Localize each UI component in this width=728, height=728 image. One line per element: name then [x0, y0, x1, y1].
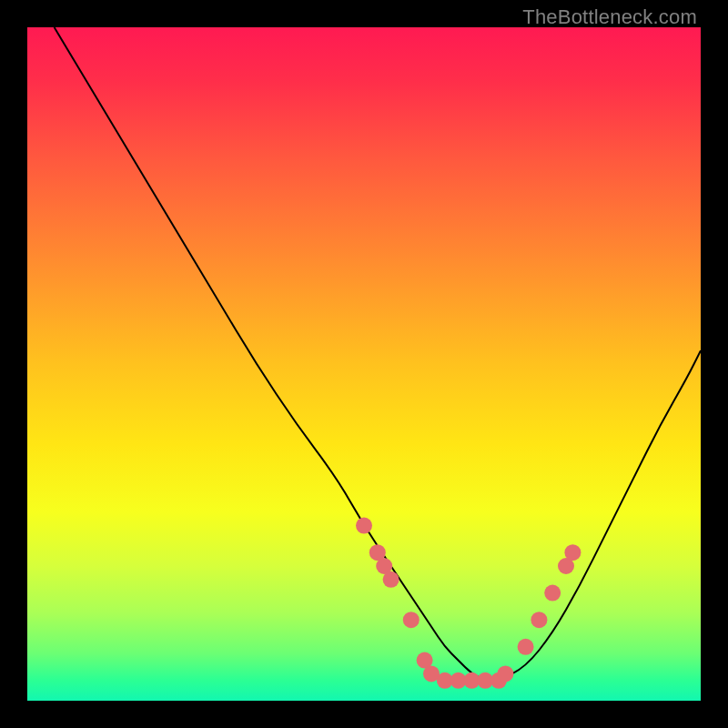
- sample-point: [531, 612, 547, 628]
- sample-point: [403, 612, 420, 628]
- curve-svg: [27, 27, 701, 701]
- sample-point: [544, 585, 561, 602]
- sample-point: [564, 544, 581, 561]
- sample-point: [383, 571, 399, 588]
- bottleneck-curve: [55, 27, 701, 681]
- sample-point: [518, 639, 534, 655]
- plot-area: [27, 27, 701, 701]
- sample-point: [497, 665, 513, 682]
- chart-frame: TheBottleneck.com: [0, 0, 728, 728]
- sample-point: [356, 518, 372, 534]
- watermark-text: TheBottleneck.com: [522, 5, 697, 29]
